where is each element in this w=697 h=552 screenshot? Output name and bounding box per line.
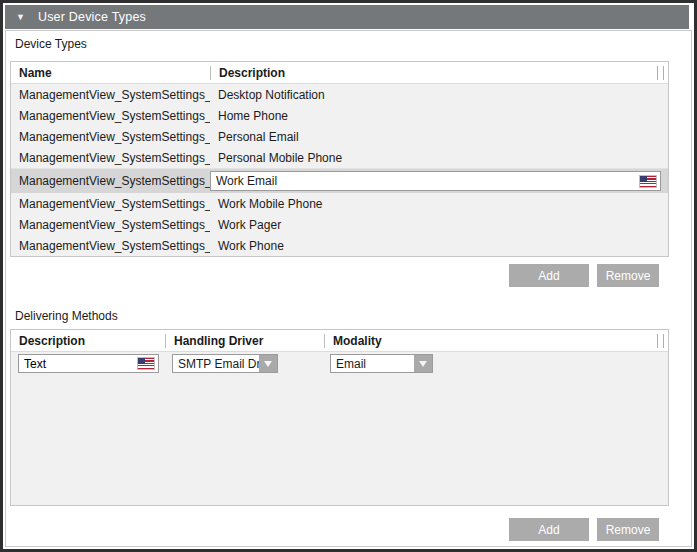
column-header-name[interactable]: Name: [11, 62, 210, 83]
device-types-table-header: Name Description: [11, 62, 668, 84]
device-types-rows: ManagementView_SystemSettings_LibDesktop…: [11, 84, 668, 256]
table-row[interactable]: ManagementView_SystemSettings_LibWork Mo…: [11, 193, 668, 214]
delivering-methods-rows: SMTP Email DriverEmail: [11, 352, 668, 505]
handling-driver-value: SMTP Email Driver: [173, 355, 259, 372]
device-types-label: Device Types: [15, 37, 669, 51]
modality-dropdown[interactable]: Email: [330, 354, 433, 373]
cell-name: ManagementView_SystemSettings_Lib: [11, 239, 210, 253]
column-header-description[interactable]: Description: [211, 62, 668, 83]
panel-header[interactable]: ▼ User Device Types: [5, 5, 689, 29]
table-row[interactable]: ManagementView_SystemSettings_LibHome Ph…: [11, 105, 668, 126]
delivering-methods-table-header: Description Handling Driver Modality: [11, 330, 668, 352]
delivering-methods-actions: Add Remove: [10, 518, 669, 541]
column-header-description[interactable]: Description: [11, 330, 165, 351]
delivering-methods-table: Description Handling Driver Modality SMT…: [10, 329, 669, 506]
column-gripper[interactable]: [663, 66, 664, 80]
dropdown-arrow-icon[interactable]: [259, 355, 277, 372]
cell-description: Desktop Notification: [210, 88, 668, 102]
modality-value: Email: [331, 355, 414, 372]
column-header-modality[interactable]: Modality: [325, 330, 668, 351]
description-field[interactable]: [18, 354, 159, 373]
cell-description: Work Phone: [210, 239, 668, 253]
panel-content: Device Types Name Description Management…: [5, 30, 692, 547]
us-flag-icon: [138, 358, 154, 369]
cell-modality: Email: [323, 354, 668, 373]
add-delivering-method-button[interactable]: Add: [509, 518, 589, 541]
dropdown-arrow-icon[interactable]: [414, 355, 432, 372]
table-row[interactable]: SMTP Email DriverEmail: [11, 352, 668, 375]
user-device-types-panel: ▼ User Device Types Device Types Name De…: [0, 0, 697, 552]
cell-name: ManagementView_SystemSettings_Lib: [11, 109, 210, 123]
description-editor[interactable]: [210, 171, 661, 191]
cell-name: ManagementView_SystemSettings_Lib: [11, 197, 210, 211]
cell-name: ManagementView_SystemSettings_Lib: [11, 130, 210, 144]
cell-description: Home Phone: [210, 109, 668, 123]
table-row[interactable]: ManagementView_SystemSettings_LibWork Ph…: [11, 235, 668, 256]
table-row[interactable]: ManagementView_SystemSettings_LibPersona…: [11, 147, 668, 168]
cell-description: Personal Mobile Phone: [210, 151, 668, 165]
cell-name: ManagementView_SystemSettings_Lib: [11, 88, 210, 102]
handling-driver-dropdown[interactable]: SMTP Email Driver: [172, 354, 278, 373]
column-grippers: [657, 66, 664, 80]
cell-handling-driver: SMTP Email Driver: [165, 354, 323, 373]
table-row[interactable]: ManagementView_SystemSettings_LibDesktop…: [11, 84, 668, 105]
remove-device-type-button[interactable]: Remove: [597, 264, 659, 287]
cell-description: Work Mobile Phone: [210, 197, 668, 211]
collapse-icon[interactable]: ▼: [16, 13, 25, 22]
cell-name: ManagementView_SystemSettings_Lib: [11, 174, 210, 188]
delivering-methods-label: Delivering Methods: [15, 309, 669, 323]
device-types-actions: Add Remove: [10, 264, 669, 287]
cell-description: Personal Email: [210, 130, 668, 144]
us-flag-icon: [640, 176, 656, 187]
table-row[interactable]: ManagementView_SystemSettings_LibWork Pa…: [11, 214, 668, 235]
column-gripper[interactable]: [657, 66, 658, 80]
column-gripper[interactable]: [663, 334, 664, 348]
device-types-table: Name Description ManagementView_SystemSe…: [10, 61, 669, 257]
panel-title: User Device Types: [38, 10, 146, 24]
add-device-type-button[interactable]: Add: [509, 264, 589, 287]
cell-name: ManagementView_SystemSettings_Lib: [11, 151, 210, 165]
description-edit-input[interactable]: [216, 174, 640, 188]
cell-name: ManagementView_SystemSettings_Lib: [11, 218, 210, 232]
table-row[interactable]: ManagementView_SystemSettings_Lib: [11, 168, 668, 193]
remove-delivering-method-button[interactable]: Remove: [597, 518, 659, 541]
table-row[interactable]: ManagementView_SystemSettings_LibPersona…: [11, 126, 668, 147]
cell-description: Work Pager: [210, 218, 668, 232]
cell-description: [11, 354, 165, 373]
column-gripper[interactable]: [657, 334, 658, 348]
column-grippers: [657, 334, 664, 348]
column-header-handling-driver[interactable]: Handling Driver: [166, 330, 324, 351]
description-input[interactable]: [24, 357, 138, 371]
